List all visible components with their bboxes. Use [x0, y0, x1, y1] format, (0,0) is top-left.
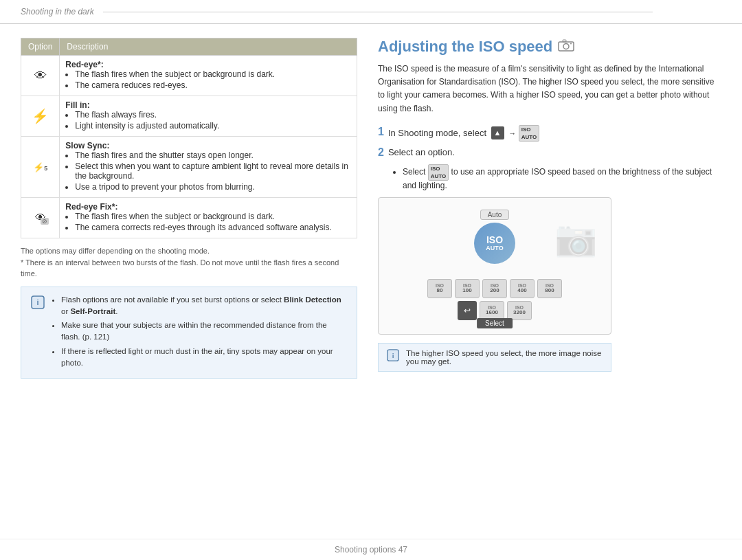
select-label[interactable]: Select: [477, 318, 513, 328]
iso-row-1: ISO 80 ISO 100 ISO 200 ISO: [427, 279, 562, 298]
camera-icon: [558, 39, 574, 54]
options-table: Option Description 👁 Red-eye*: The flash…: [21, 38, 357, 238]
option-desc: The flash always fires. Light intensity …: [65, 110, 351, 131]
option-name: Fill in:: [65, 100, 351, 110]
svg-point-5: [570, 43, 572, 45]
right-column: Adjusting the ISO speed The ISO speed is…: [378, 38, 721, 539]
back-button[interactable]: ↩: [458, 301, 477, 320]
note-icon: i: [387, 349, 399, 366]
step-text: Select an option.: [388, 146, 455, 159]
option-desc: The flash fires and the shutter stays op…: [65, 150, 351, 192]
svg-text:i: i: [36, 298, 38, 306]
row-icon: 👁⊘: [21, 198, 60, 238]
bottom-note-text: The higher ISO speed you select, the mor…: [406, 349, 603, 366]
table-row: 👁 Red-eye*: The flash fires when the sub…: [21, 56, 357, 96]
page-header: Shooting in the dark: [0, 0, 742, 24]
iso-auto-ref: ISOAUTO: [428, 164, 449, 181]
step-bullet: Select ISOAUTO to use an appropriate ISO…: [403, 164, 721, 190]
arrow: →: [508, 128, 516, 137]
iso-btn-800[interactable]: ISO 800: [537, 279, 562, 298]
option-desc: The flash fires when the subject or back…: [65, 69, 351, 90]
step-text: In Shooting mode, select ▲ → ISOAUTO: [388, 125, 539, 142]
row-content: Slow Sync: The flash fires and the shutt…: [60, 137, 357, 198]
iso-value: 800: [545, 288, 554, 294]
main-content: Option Description 👁 Red-eye*: The flash…: [0, 24, 742, 539]
iso-row-2: ↩ ISO 1600 ISO 3200: [458, 301, 532, 320]
auto-label: Auto: [480, 210, 510, 220]
tip-bullet: If there is reflected light or much dust…: [61, 346, 347, 370]
iso-value: 400: [517, 288, 526, 294]
iso-value: 3200: [513, 310, 526, 316]
iso-btn-200[interactable]: ISO 200: [482, 279, 507, 298]
bullet: Use a tripod to prevent your photos from…: [75, 182, 351, 192]
iso-value: 100: [462, 288, 471, 294]
svg-rect-4: [563, 40, 566, 42]
bullet: The flash always fires.: [75, 110, 351, 120]
iso-value: 200: [490, 288, 499, 294]
iso-btn-400[interactable]: ISO 400: [510, 279, 535, 298]
tip-icon: i: [31, 295, 45, 372]
tip-bullet: Flash options are not available if you s…: [61, 294, 347, 318]
row-icon: ⚡: [21, 96, 60, 137]
svg-text:i: i: [392, 352, 394, 359]
footer-text: Shooting options 47: [335, 545, 407, 555]
tip-box: i Flash options are not available if you…: [21, 287, 357, 379]
iso-btn-100[interactable]: ISO 100: [455, 279, 480, 298]
option-name: Red-eye*:: [65, 60, 351, 69]
note-line: * There is an interval between two burst…: [21, 257, 357, 280]
iso-value: 80: [437, 288, 443, 294]
svg-point-3: [563, 44, 569, 49]
bullet: The camera reduces red-eyes.: [75, 80, 351, 90]
table-row: ⚡5 Slow Sync: The flash fires and the sh…: [21, 137, 357, 198]
tip-bullet: Make sure that your subjects are within …: [61, 320, 347, 344]
row-icon: 👁: [21, 56, 60, 96]
iso-auto-badge: ISO AUTO: [474, 223, 515, 264]
note-line: The options may differ depending on the …: [21, 245, 357, 257]
iso-auto-container: Auto ISO AUTO: [474, 210, 515, 271]
iso-auto-inline: ISOAUTO: [519, 125, 540, 142]
step-2-sub: Select ISOAUTO to use an appropriate ISO…: [393, 164, 721, 190]
iso-btn-3200[interactable]: ISO 3200: [507, 301, 532, 320]
iso-btn-1600[interactable]: ISO 1600: [480, 301, 504, 320]
bottom-note: i The higher ISO speed you select, the m…: [378, 343, 611, 372]
col-option: Option: [21, 38, 60, 56]
page-footer: Shooting options 47: [0, 539, 742, 560]
option-desc: The flash fires when the subject or back…: [65, 212, 351, 232]
row-content: Fill in: The flash always fires. Light i…: [60, 96, 357, 137]
table-row: ⚡ Fill in: The flash always fires. Light…: [21, 96, 357, 137]
ghost-decoration: 📷: [554, 219, 597, 258]
left-column: Option Description 👁 Red-eye*: The flash…: [21, 38, 357, 539]
table-row: 👁⊘ Red-eye Fix*: The flash fires when th…: [21, 198, 357, 238]
step-1: 1 In Shooting mode, select ▲ → ISOAUTO: [378, 125, 721, 142]
bullet: Select this when you want to capture amb…: [75, 161, 351, 181]
bullet: The camera corrects red-eyes through its…: [75, 223, 351, 232]
row-icon: ⚡5: [21, 137, 60, 198]
auto-text: AUTO: [486, 245, 503, 251]
option-name: Slow Sync:: [65, 141, 351, 150]
iso-screen: 📷 Auto ISO AUTO ISO 80: [378, 197, 611, 335]
bullet: Light intensity is adjusted automaticall…: [75, 121, 351, 131]
iso-value: 1600: [486, 310, 498, 316]
table-notes: The options may differ depending on the …: [21, 245, 357, 280]
row-content: Red-eye*: The flash fires when the subje…: [60, 56, 357, 96]
title-text: Adjusting the ISO speed: [378, 38, 552, 56]
bullet: The flash fires and the shutter stays op…: [75, 150, 351, 160]
col-description: Description: [60, 38, 357, 56]
steps: 1 In Shooting mode, select ▲ → ISOAUTO 2…: [378, 125, 721, 191]
section-title: Adjusting the ISO speed: [378, 38, 721, 56]
step-number: 1: [378, 125, 384, 139]
iso-text: ISO: [486, 235, 503, 245]
step-number: 2: [378, 146, 384, 160]
step-2: 2 Select an option.: [378, 146, 721, 160]
iso-btn-80[interactable]: ISO 80: [427, 279, 452, 298]
option-name: Red-eye Fix*:: [65, 202, 351, 212]
bullet: The flash fires when the subject or back…: [75, 69, 351, 79]
bullet: The flash fires when the subject or back…: [75, 212, 351, 221]
page: Shooting in the dark Option Description …: [0, 0, 742, 560]
row-content: Red-eye Fix*: The flash fires when the s…: [60, 198, 357, 238]
intro-text: The ISO speed is the measure of a film's…: [378, 63, 721, 115]
tip-content: Flash options are not available if you s…: [52, 294, 347, 372]
header-title: Shooting in the dark: [21, 7, 94, 16]
